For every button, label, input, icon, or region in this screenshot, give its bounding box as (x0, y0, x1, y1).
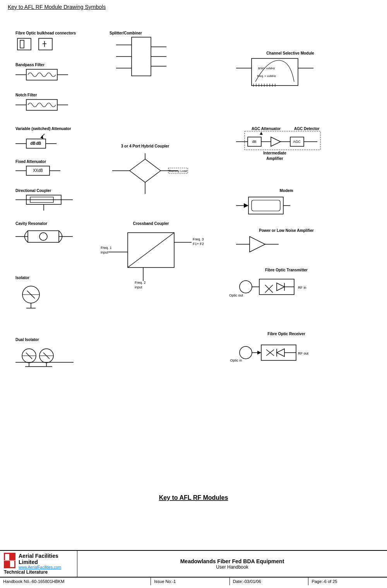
fibre-optic-label: Fibre Optic bulkhead connectors (15, 31, 76, 35)
svg-rect-1 (20, 40, 24, 48)
svg-line-71 (128, 233, 174, 267)
svg-text:AGC: AGC (293, 140, 301, 144)
svg-text:input: input (101, 250, 108, 254)
svg-text:dB: dB (252, 140, 256, 144)
svg-text:Intermediate: Intermediate (263, 151, 286, 155)
footer: Aerial Facilities Limited www.AerialFaci… (0, 550, 387, 585)
svg-marker-142 (277, 349, 284, 357)
svg-text:Optic out: Optic out (229, 293, 243, 297)
svg-text:B/W= xxMHz: B/W= xxMHz (258, 67, 275, 70)
svg-point-135 (240, 346, 252, 359)
svg-text:Variable (switched) Attenuator: Variable (switched) Attenuator (15, 127, 71, 131)
company-logo-icon (4, 553, 15, 568)
svg-marker-105 (271, 137, 281, 146)
svg-text:Fibre Optic Receiver: Fibre Optic Receiver (267, 332, 305, 336)
date: Date:-03/01/06 (230, 578, 309, 585)
handbook-number: Handbook Nō.-60-165801HBKM (0, 578, 151, 585)
svg-text:AGC Attenuator: AGC Attenuator (252, 127, 281, 131)
svg-text:Fibre Optic Transmitter: Fibre Optic Transmitter (265, 268, 308, 272)
svg-text:RF in: RF in (298, 286, 307, 290)
svg-rect-54 (132, 37, 151, 76)
svg-marker-115 (244, 203, 248, 208)
svg-text:Freq. 2: Freq. 2 (135, 281, 146, 285)
svg-point-124 (240, 281, 252, 293)
svg-text:dB: dB (36, 141, 41, 146)
svg-text:Channel Selective Module: Channel Selective Module (266, 51, 314, 55)
svg-text:RF out: RF out (298, 351, 309, 355)
tech-lit-label: Technical Literature (4, 569, 73, 575)
svg-rect-148 (10, 561, 14, 567)
svg-text:Amplifier: Amplifier (266, 156, 283, 161)
svg-text:XXdB: XXdB (33, 168, 43, 173)
svg-text:3 or 4 Port Hybrid Coupler: 3 or 4 Port Hybrid Coupler (121, 144, 170, 148)
doc-subtitle: User Handbook (216, 564, 248, 570)
svg-text:Splitter/Combiner: Splitter/Combiner (110, 31, 142, 35)
svg-rect-117 (252, 200, 280, 211)
svg-text:Optic in: Optic in (230, 358, 242, 362)
svg-marker-137 (257, 351, 261, 355)
svg-text:AGC Detector: AGC Detector (294, 127, 320, 131)
svg-text:Isolator: Isolator (15, 276, 29, 280)
svg-text:Crossband Coupler: Crossband Coupler (133, 221, 169, 226)
svg-rect-2 (39, 38, 52, 50)
svg-text:Freq. = xxMHz: Freq. = xxMHz (257, 74, 276, 78)
svg-rect-116 (248, 197, 283, 214)
page-title: Key to AFL RF Module Drawing Symbols (8, 4, 379, 10)
svg-text:Bandpass Filter: Bandpass Filter (15, 63, 45, 67)
svg-text:Freq. 1: Freq. 1 (101, 246, 112, 250)
svg-text:dB: dB (30, 141, 35, 146)
svg-marker-100 (260, 132, 263, 135)
svg-marker-121 (250, 237, 265, 252)
svg-text:Freq. 3: Freq. 3 (193, 237, 204, 241)
svg-marker-62 (130, 159, 161, 182)
svg-text:Notch Filter: Notch Filter (15, 93, 37, 97)
svg-text:Dual Isolator: Dual Isolator (15, 338, 39, 342)
svg-rect-147 (5, 554, 9, 560)
svg-point-34 (39, 233, 47, 240)
svg-text:Key to AFL RF Modules: Key to AFL RF Modules (159, 494, 228, 501)
svg-rect-84 (252, 58, 298, 86)
issue-number: Issue No:-1 (151, 578, 230, 585)
svg-text:input: input (135, 285, 142, 289)
svg-text:Directional Coupler: Directional Coupler (15, 189, 51, 193)
svg-marker-129 (277, 283, 284, 291)
page-number: Page:-6 of 25 (308, 578, 387, 585)
svg-text:F1+ F2: F1+ F2 (193, 242, 204, 246)
symbols-grid: Fibre Optic bulkhead connectors Bandpass… (8, 16, 379, 538)
svg-text:Cavity Resonator: Cavity Resonator (15, 221, 47, 226)
svg-text:Modem: Modem (280, 189, 293, 193)
svg-text:Power or Low Noise Amplifier: Power or Low Noise Amplifier (259, 228, 313, 233)
svg-text:Fixed Attenuator: Fixed Attenuator (15, 159, 46, 164)
doc-title: Meadowlands Fiber Fed BDA Equipment (180, 558, 284, 564)
svg-text:Dummy Load: Dummy Load (169, 169, 187, 173)
